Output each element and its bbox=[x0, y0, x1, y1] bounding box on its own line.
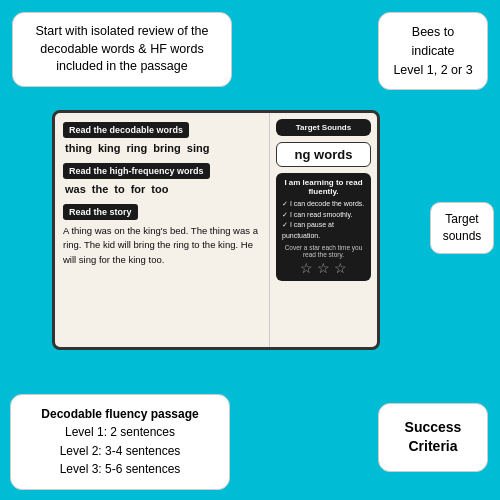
hf-words-label: Read the high-frequency words bbox=[63, 163, 210, 179]
bottom-left-title: Decodable fluency passage bbox=[41, 407, 198, 421]
level2-text: Level 2: 3-4 sentences bbox=[60, 444, 181, 458]
top-left-bubble: Start with isolated review of the decoda… bbox=[12, 12, 232, 87]
learning-header: I am learning to read fluently. bbox=[282, 178, 365, 196]
can-do-list: ✓ I can decode the words. ✓ I can read s… bbox=[282, 199, 365, 241]
target-sounds-label-text: Target sounds bbox=[443, 212, 482, 243]
target-sounds-box: Target Sounds bbox=[276, 119, 371, 136]
star-2: ☆ bbox=[317, 260, 330, 276]
word-was: was bbox=[65, 183, 86, 195]
word-bring: bring bbox=[153, 142, 181, 154]
learning-box: I am learning to read fluently. ✓ I can … bbox=[276, 173, 371, 281]
top-right-line1: Bees to bbox=[412, 25, 454, 39]
top-right-line3: Level 1, 2 or 3 bbox=[393, 63, 472, 77]
word-the: the bbox=[92, 183, 109, 195]
top-right-bubble: Bees to indicate Level 1, 2 or 3 bbox=[378, 12, 488, 90]
story-label: Read the story bbox=[63, 204, 138, 220]
star-3: ☆ bbox=[334, 260, 347, 276]
hf-words-row: was the to for too bbox=[63, 181, 261, 199]
top-left-bubble-text: Start with isolated review of the decoda… bbox=[36, 24, 209, 73]
slide-right-column: Target Sounds ng words I am learning to … bbox=[269, 113, 377, 347]
can-do-3: ✓ I can pause at punctuation. bbox=[282, 220, 365, 241]
bottom-right-bubble: Success Criteria bbox=[378, 403, 488, 472]
star-1: ☆ bbox=[300, 260, 313, 276]
word-to: to bbox=[114, 183, 124, 195]
level1-text: Level 1: 2 sentences bbox=[65, 425, 175, 439]
can-do-1: ✓ I can decode the words. bbox=[282, 199, 365, 210]
cover-star-text: Cover a star each time you read the stor… bbox=[282, 244, 365, 258]
word-for: for bbox=[131, 183, 146, 195]
ng-words-box: ng words bbox=[276, 142, 371, 167]
word-king: king bbox=[98, 142, 121, 154]
target-sounds-label: Target sounds bbox=[430, 202, 494, 254]
story-text: A thing was on the king's bed. The thing… bbox=[63, 224, 261, 267]
top-right-line2: indicate bbox=[411, 44, 454, 58]
word-ring: ring bbox=[127, 142, 148, 154]
main-slide: Read the decodable words thing king ring… bbox=[52, 110, 380, 350]
can-do-2: ✓ I can read smoothly. bbox=[282, 210, 365, 221]
slide-left-column: Read the decodable words thing king ring… bbox=[55, 113, 269, 347]
level3-text: Level 3: 5-6 sentences bbox=[60, 462, 181, 476]
stars-row: ☆ ☆ ☆ bbox=[282, 260, 365, 276]
word-sing: sing bbox=[187, 142, 210, 154]
bottom-left-bubble: Decodable fluency passage Level 1: 2 sen… bbox=[10, 394, 230, 490]
decodable-words-row: thing king ring bring sing bbox=[63, 140, 261, 158]
decodable-words-label: Read the decodable words bbox=[63, 122, 189, 138]
success-criteria-text: Success Criteria bbox=[405, 419, 462, 455]
word-thing: thing bbox=[65, 142, 92, 154]
word-too: too bbox=[151, 183, 168, 195]
